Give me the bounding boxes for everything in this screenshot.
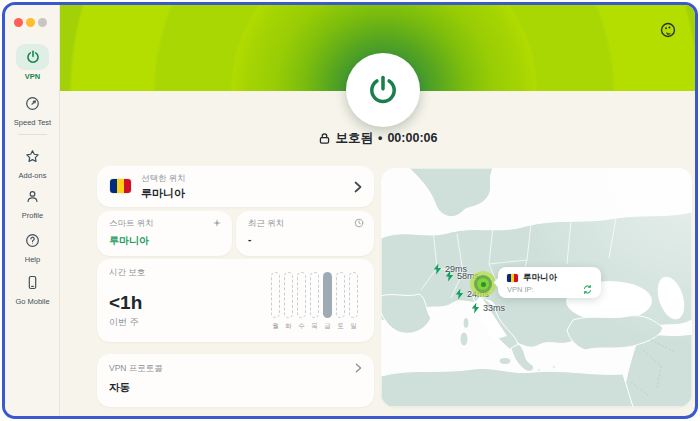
- sidebar-item-label: VPN: [5, 72, 60, 81]
- vpn-protocol-label: VPN 프로토콜: [109, 363, 163, 375]
- connection-tooltip: 루마니아 VPN IP:: [498, 267, 601, 298]
- person-icon: [16, 183, 49, 209]
- lightning-icon: [454, 288, 465, 300]
- weekly-bar: [271, 272, 280, 318]
- selected-location-card[interactable]: 선택한 위치 루마니아: [97, 166, 374, 207]
- time-protected-label: 시간 보호: [109, 267, 145, 279]
- sidebar-item-label: Help: [5, 255, 60, 264]
- app-window: { "window": { "traffic_lights": ["close"…: [0, 0, 700, 421]
- tooltip-country: 루마니아: [523, 272, 557, 284]
- sidebar-item-vpn[interactable]: VPN: [5, 44, 60, 81]
- recent-location-card[interactable]: 최근 위치 -: [236, 211, 374, 256]
- smart-location-label: 스마트 위치: [109, 218, 154, 230]
- power-icon: [16, 44, 49, 70]
- clock-icon: [354, 218, 364, 228]
- status-label: 보호됨: [336, 130, 374, 147]
- chevron-right-icon: [354, 181, 362, 193]
- weekly-bar-active: [323, 272, 332, 318]
- day-label: 토: [337, 322, 344, 331]
- day-label: 수: [298, 322, 305, 331]
- sidebar-item-label: Speed Test: [5, 118, 60, 127]
- weekly-bars: 월화수목금토일: [271, 272, 358, 331]
- weekly-bar-column: 수: [297, 272, 306, 331]
- day-label: 금: [324, 322, 331, 331]
- ping-label: 33ms: [483, 303, 505, 313]
- sidebar-item-speed-test[interactable]: Speed Test: [5, 90, 60, 127]
- day-label: 일: [350, 322, 357, 331]
- day-label: 월: [272, 322, 279, 331]
- weekly-bar-column: 일: [349, 272, 358, 331]
- lightning-icon: [432, 263, 443, 275]
- time-protected-subtitle: 이번 주: [109, 316, 139, 329]
- day-label: 화: [285, 322, 292, 331]
- vpn-app-window: VPN Speed Test Add-ons: [2, 2, 698, 419]
- vpn-protocol-value: 자동: [109, 381, 130, 395]
- weekly-bar-column: 화: [284, 272, 293, 331]
- speedometer-icon: [16, 90, 49, 116]
- recent-location-label: 최근 위치: [248, 218, 284, 230]
- map-card: 29ms 58ms 24ms 33ms 루마니아 VPN IP:: [381, 168, 692, 407]
- sidebar-item-label: Profile: [5, 211, 60, 220]
- romania-flag: [507, 274, 518, 282]
- sidebar: VPN Speed Test Add-ons: [5, 5, 60, 416]
- weekly-bar: [349, 272, 358, 318]
- sidebar-item-add-ons[interactable]: Add-ons: [5, 143, 60, 180]
- phone-icon: [16, 269, 49, 295]
- recent-location-value: -: [248, 234, 251, 245]
- zoom-button[interactable]: [38, 18, 47, 27]
- ping-label: 58ms: [457, 271, 479, 281]
- ping-label: 24ms: [467, 289, 489, 299]
- help-icon: [16, 227, 49, 253]
- lock-icon: [318, 132, 331, 145]
- time-protected-value: <1h: [109, 292, 142, 314]
- close-button[interactable]: [14, 18, 23, 27]
- weekly-bar-column: 목: [310, 272, 319, 331]
- sparkle-icon: [212, 218, 222, 228]
- refresh-icon[interactable]: [582, 284, 593, 295]
- weekly-bar: [336, 272, 345, 318]
- sidebar-item-profile[interactable]: Profile: [5, 183, 60, 220]
- weekly-bar: [297, 272, 306, 318]
- selected-location-label: 선택한 위치: [141, 173, 186, 185]
- weekly-bar: [310, 272, 319, 318]
- sidebar-item-label: Add-ons: [5, 171, 60, 180]
- sidebar-item-go-mobile[interactable]: Go Mobile: [5, 269, 60, 306]
- connection-status: 보호됨 • 00:00:06: [60, 129, 695, 147]
- lightning-icon: [470, 302, 481, 314]
- weekly-bar-column: 금: [323, 272, 332, 331]
- connected-location-marker[interactable]: [477, 278, 489, 290]
- star-icon: [16, 143, 49, 169]
- sidebar-divider: [18, 134, 47, 135]
- lightning-icon: [444, 270, 455, 282]
- weekly-bar-column: 토: [336, 272, 345, 331]
- selected-location-value: 루마니아: [141, 186, 186, 201]
- weekly-bar: [284, 272, 293, 318]
- smart-location-value: 루마니아: [109, 234, 149, 248]
- time-protected-card: 시간 보호 <1h 이번 주 월화수목금토일: [97, 259, 374, 342]
- status-separator: •: [378, 131, 382, 145]
- weekly-bar-column: 월: [271, 272, 280, 331]
- minimize-button[interactable]: [26, 18, 35, 27]
- vpn-protocol-card[interactable]: VPN 프로토콜 자동: [97, 354, 374, 407]
- connect-power-button[interactable]: [346, 53, 420, 127]
- romania-flag: [110, 179, 131, 193]
- status-timer: 00:00:06: [387, 131, 437, 145]
- day-label: 목: [311, 322, 318, 331]
- smart-location-card[interactable]: 스마트 위치 루마니아: [97, 211, 232, 256]
- ping-marker[interactable]: 33ms: [470, 302, 505, 314]
- traffic-lights: [14, 18, 47, 27]
- palette-icon[interactable]: [659, 21, 677, 39]
- tooltip-ip-label: VPN IP:: [507, 285, 534, 294]
- chevron-right-icon: [355, 363, 362, 373]
- sidebar-item-label: Go Mobile: [5, 297, 60, 306]
- sidebar-item-help[interactable]: Help: [5, 227, 60, 264]
- ping-marker[interactable]: 58ms: [444, 270, 479, 282]
